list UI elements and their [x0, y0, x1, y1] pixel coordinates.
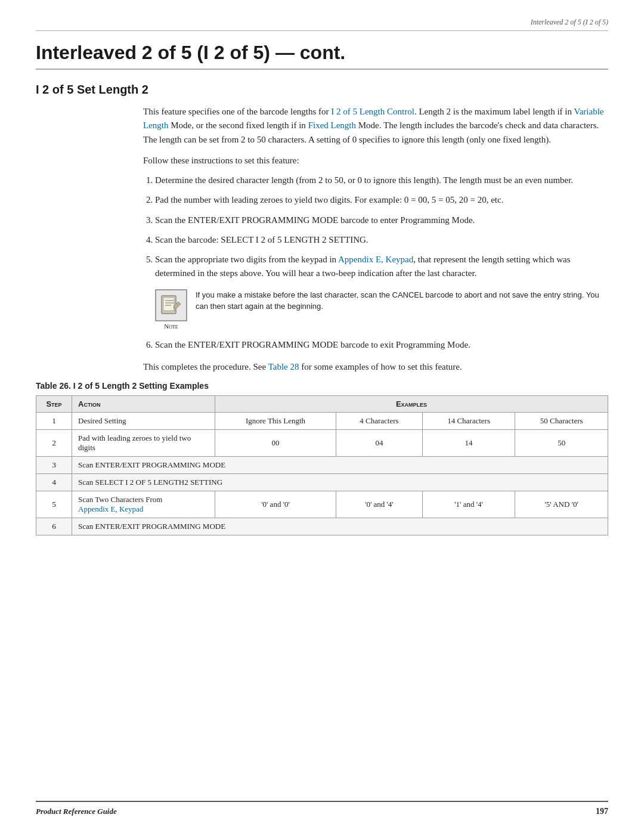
cell-ex4-1: 50 Characters	[515, 413, 608, 430]
appendix-e-table-link[interactable]: Appendix E, Keypad	[78, 504, 143, 513]
note-icon-col: Note	[155, 289, 187, 330]
data-table: Step Action Examples 1 Desired Setting I…	[36, 395, 608, 535]
cell-action-6: Scan ENTER/EXIT PROGRAMMING MODE	[72, 518, 608, 535]
steps-list: Determine the desired character length (…	[155, 174, 608, 281]
footer-left: Product Reference Guide	[36, 807, 117, 816]
appendix-e-link[interactable]: Appendix E, Keypad	[338, 255, 413, 264]
note-icon	[155, 289, 187, 321]
cell-action-2: Pad with leading zeroes to yield two dig…	[72, 430, 215, 457]
cell-step-1: 1	[36, 413, 72, 430]
cell-step-6: 6	[36, 518, 72, 535]
cell-step-2: 2	[36, 430, 72, 457]
cell-ex3-2: 14	[422, 430, 515, 457]
i2of5-length-control-link[interactable]: I 2 of 5 Length Control	[331, 107, 414, 116]
col-header-examples: Examples	[215, 396, 608, 413]
cell-ex2-2: 04	[336, 430, 423, 457]
cell-action-4: Scan SELECT I 2 OF 5 LENGTH2 SETTING	[72, 474, 608, 491]
cell-ex3-5: '1' and '4'	[422, 491, 515, 518]
cell-ex2-5: '0' and '4'	[336, 491, 423, 518]
page-container: Interleaved 2 of 5 (I 2 of 5) Interleave…	[0, 0, 644, 833]
step-4: Scan the barcode: SELECT I 2 of 5 LENGTH…	[155, 233, 608, 247]
cell-ex3-1: 14 Characters	[422, 413, 515, 430]
note-inner: Note If you make a mistake before the la…	[155, 289, 608, 330]
svg-rect-1	[163, 298, 174, 311]
note-wrapper: Note If you make a mistake before the la…	[155, 289, 608, 330]
note-content: If you make a mistake before the last ch…	[196, 289, 608, 312]
table-row: 1 Desired Setting Ignore This Length 4 C…	[36, 413, 608, 430]
table28-link[interactable]: Table 28	[268, 362, 299, 371]
cell-action-5: Scan Two Characters From Appendix E, Key…	[72, 491, 215, 518]
completes-text: This completes the procedure. See Table …	[143, 360, 608, 374]
table-row: 3 Scan ENTER/EXIT PROGRAMMING MODE	[36, 457, 608, 474]
fixed-length-link[interactable]: Fixed Length	[308, 120, 356, 130]
cell-step-3: 3	[36, 457, 72, 474]
note-pencil-icon	[160, 295, 182, 316]
step-6: Scan the ENTER/EXIT PROGRAMMING MODE bar…	[155, 338, 608, 352]
table-title: Table 26. I 2 of 5 Length 2 Setting Exam…	[36, 381, 608, 391]
footer-right: 197	[596, 807, 608, 816]
table-row: 4 Scan SELECT I 2 OF 5 LENGTH2 SETTING	[36, 474, 608, 491]
step-2: Pad the number with leading zeroes to yi…	[155, 193, 608, 207]
cell-action-3: Scan ENTER/EXIT PROGRAMMING MODE	[72, 457, 608, 474]
table-row: 2 Pad with leading zeroes to yield two d…	[36, 430, 608, 457]
cell-ex4-2: 50	[515, 430, 608, 457]
cell-ex1-5: '0' and '0'	[215, 491, 336, 518]
cell-ex2-1: 4 Characters	[336, 413, 423, 430]
cell-step-4: 4	[36, 474, 72, 491]
step-1: Determine the desired character length (…	[155, 174, 608, 187]
page-header: Interleaved 2 of 5 (I 2 of 5)	[36, 18, 608, 31]
cell-step-5: 5	[36, 491, 72, 518]
cell-ex1-2: 00	[215, 430, 336, 457]
section-title: I 2 of 5 Set Length 2	[36, 83, 608, 97]
col-header-action: Action	[72, 396, 215, 413]
cell-action-1: Desired Setting	[72, 413, 215, 430]
header-text: Interleaved 2 of 5 (I 2 of 5)	[531, 18, 608, 27]
col-header-step: Step	[36, 396, 72, 413]
step-3: Scan the ENTER/EXIT PROGRAMMING MODE bar…	[155, 213, 608, 227]
note-label: Note	[164, 323, 178, 330]
table-row: 5 Scan Two Characters From Appendix E, K…	[36, 491, 608, 518]
follow-instructions-text: Follow these instructions to set this fe…	[143, 154, 608, 168]
page-footer: Product Reference Guide 197	[36, 801, 608, 816]
step-5: Scan the appropriate two digits from the…	[155, 253, 608, 281]
steps-list-continued: Scan the ENTER/EXIT PROGRAMMING MODE bar…	[155, 338, 608, 352]
cell-ex4-5: '5' AND '0'	[515, 491, 608, 518]
cell-ex1-1: Ignore This Length	[215, 413, 336, 430]
table-row: 6 Scan ENTER/EXIT PROGRAMMING MODE	[36, 518, 608, 535]
main-title: Interleaved 2 of 5 (I 2 of 5) — cont.	[36, 42, 608, 70]
body-paragraph-1: This feature specifies one of the barcod…	[143, 105, 608, 147]
